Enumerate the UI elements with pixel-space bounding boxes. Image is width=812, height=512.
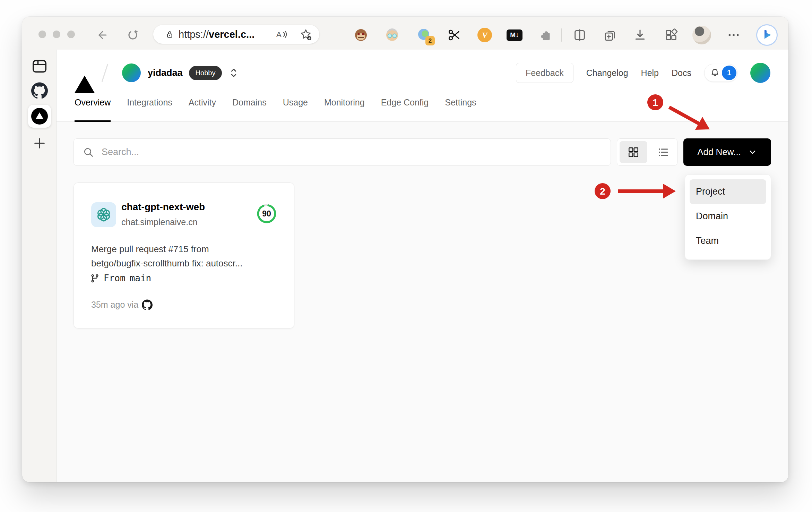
- branch-row: From main: [90, 273, 151, 283]
- person-extension-icon[interactable]: [384, 27, 400, 43]
- changelog-link[interactable]: Changelog: [586, 68, 628, 78]
- project-name[interactable]: chat-gpt-next-web: [121, 202, 205, 213]
- vercel-tab-active[interactable]: [28, 105, 51, 128]
- dropdown-item-project[interactable]: Project: [690, 179, 766, 204]
- branch-name: main: [130, 273, 152, 283]
- svg-text:A: A: [276, 30, 282, 39]
- tab-integrations[interactable]: Integrations: [127, 95, 172, 122]
- user-avatar[interactable]: [750, 63, 770, 83]
- team-name[interactable]: yidadaa: [148, 68, 183, 78]
- address-bar[interactable]: https://vercel.c... A: [153, 25, 319, 44]
- grid-view-button[interactable]: [620, 141, 647, 163]
- deployed-time: 35m ago via: [91, 300, 138, 310]
- back-icon[interactable]: [94, 27, 110, 43]
- scissors-extension-icon[interactable]: [446, 27, 462, 43]
- dashboard-tabs: Overview Integrations Activity Domains U…: [75, 95, 476, 122]
- proxy-extension-icon[interactable]: 2: [416, 27, 432, 43]
- more-menu-icon[interactable]: [726, 27, 742, 43]
- bell-icon: [709, 67, 720, 78]
- project-domain[interactable]: chat.simplenaive.cn: [121, 217, 198, 227]
- github-tab-icon[interactable]: [22, 82, 57, 99]
- project-search[interactable]: [74, 138, 611, 166]
- breadcrumb-slash: [102, 64, 109, 82]
- window-close-button[interactable]: [38, 31, 46, 38]
- add-new-dropdown: Project Domain Team: [685, 174, 771, 260]
- view-toggle: [617, 138, 677, 166]
- tab-domains[interactable]: Domains: [232, 95, 267, 122]
- url-text: https://vercel.c...: [179, 29, 254, 40]
- docs-link[interactable]: Docs: [672, 68, 691, 78]
- notifications-button[interactable]: 1: [704, 64, 737, 82]
- commit-message-line1: Merge pull request #715 from: [91, 242, 275, 256]
- reload-icon[interactable]: [125, 27, 141, 43]
- collections-icon[interactable]: [602, 27, 618, 43]
- project-card[interactable]: chat-gpt-next-web chat.simplenaive.cn 90…: [74, 182, 294, 328]
- team-switcher-chevrons[interactable]: [229, 67, 239, 79]
- deployment-meta: 35m ago via: [91, 299, 153, 310]
- plan-badge: Hobby: [189, 66, 222, 80]
- browser-sidebar: [22, 50, 57, 482]
- help-link[interactable]: Help: [641, 68, 659, 78]
- split-screen-icon[interactable]: [572, 27, 588, 43]
- new-tab-plus-icon[interactable]: [22, 136, 57, 150]
- monkey-extension-icon[interactable]: [353, 27, 369, 43]
- proxy-badge: 2: [425, 36, 435, 45]
- tab-edge-config[interactable]: Edge Config: [381, 95, 429, 122]
- dropdown-item-team[interactable]: Team: [685, 229, 771, 253]
- vercel-favicon: [31, 108, 48, 125]
- window-minimize-button[interactable]: [53, 31, 60, 38]
- branch-prefix: From: [104, 273, 126, 283]
- list-view-button[interactable]: [650, 139, 677, 165]
- browser-window: https://vercel.c... A: [22, 17, 788, 482]
- github-icon: [142, 299, 153, 310]
- commit-message-line2: betgo/bugfix-scrollthumb fix: autoscr...: [91, 256, 275, 271]
- v-extension-icon[interactable]: V: [477, 27, 493, 43]
- toolbar-divider: [561, 28, 562, 42]
- score-value: 90: [262, 209, 271, 218]
- vercel-header: yidadaa Hobby Feedback Changelog Help Do…: [57, 50, 788, 122]
- search-input[interactable]: [102, 147, 611, 157]
- feedback-button[interactable]: Feedback: [516, 63, 573, 83]
- bing-chat-icon[interactable]: [756, 24, 778, 46]
- score-ring: 90: [257, 204, 277, 224]
- apps-layout-icon[interactable]: [663, 27, 679, 43]
- extensions-puzzle-icon[interactable]: [537, 27, 553, 43]
- vercel-logo[interactable]: [75, 70, 95, 76]
- tab-settings[interactable]: Settings: [445, 95, 476, 122]
- chevron-down-icon: [748, 147, 757, 157]
- downloads-icon[interactable]: [632, 27, 648, 43]
- notification-count-badge: 1: [722, 66, 736, 80]
- grid-icon: [627, 146, 640, 159]
- vercel-page: yidadaa Hobby Feedback Changelog Help Do…: [57, 50, 788, 482]
- window-zoom-button[interactable]: [67, 31, 75, 38]
- tab-activity[interactable]: Activity: [189, 95, 216, 122]
- browser-toolbar: https://vercel.c... A: [22, 17, 788, 50]
- lock-icon: [165, 30, 174, 39]
- search-icon: [83, 147, 94, 158]
- browser-profile-avatar[interactable]: [692, 26, 711, 44]
- add-favorite-star-icon[interactable]: [300, 28, 312, 41]
- tab-overview[interactable]: Overview: [75, 95, 111, 122]
- project-logo: [91, 202, 116, 227]
- tab-usage[interactable]: Usage: [283, 95, 308, 122]
- tab-monitoring[interactable]: Monitoring: [324, 95, 365, 122]
- list-icon: [657, 146, 670, 159]
- add-new-button[interactable]: Add New...: [683, 138, 771, 166]
- read-aloud-icon[interactable]: A: [275, 28, 287, 40]
- team-avatar[interactable]: [122, 63, 141, 82]
- markdown-extension-icon[interactable]: M↓: [507, 27, 522, 43]
- git-branch-icon: [90, 274, 100, 283]
- sidebar-panel-icon[interactable]: [22, 59, 57, 73]
- dropdown-item-domain[interactable]: Domain: [685, 204, 771, 229]
